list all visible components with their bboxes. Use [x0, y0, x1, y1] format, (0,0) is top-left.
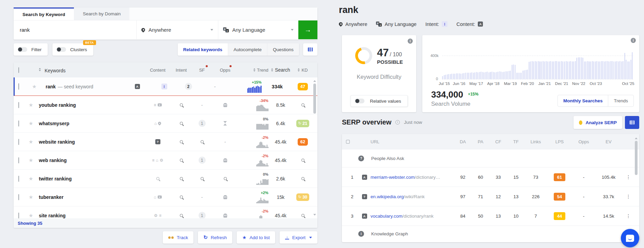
- table-scrollbar[interactable]: [313, 79, 316, 216]
- kd-refresh-badge[interactable]: 30: [296, 193, 310, 201]
- table-row[interactable]: web ranking1-2%45.4k: [14, 151, 317, 170]
- volume-bar: [543, 61, 544, 79]
- kd-calculate-icon[interactable]: [301, 214, 304, 217]
- search-volume-cell: 15k: [268, 194, 293, 200]
- col-keywords[interactable]: Keywords: [39, 67, 144, 73]
- tab-monthly-searches[interactable]: Monthly Searches: [558, 95, 609, 106]
- row-checkbox[interactable]: [18, 102, 19, 108]
- info-icon[interactable]: [408, 39, 413, 44]
- row-checkbox[interactable]: [18, 176, 19, 182]
- row-checkbox[interactable]: [18, 120, 19, 127]
- search-icon[interactable]: [201, 140, 204, 143]
- scroll-up-arrow[interactable]: [635, 136, 638, 139]
- serp-columns-button[interactable]: [625, 116, 639, 129]
- select-all-checkbox[interactable]: [18, 67, 19, 73]
- table-row[interactable]: site ranking1-2%45.4k: [14, 206, 317, 218]
- clusters-toggle-switch[interactable]: [57, 47, 66, 52]
- table-row[interactable]: twitter ranking0%2.6k: [14, 170, 317, 188]
- volume-bar: [618, 61, 619, 79]
- toolbar-row: Filter Clusters BETA Related keywords Au…: [14, 43, 317, 56]
- scrollbar-thumb[interactable]: [635, 141, 638, 175]
- export-button[interactable]: ↓Export: [280, 231, 317, 244]
- table-row[interactable]: website ranking?--2%45.4k62: [14, 133, 317, 151]
- volume-bar: [584, 61, 585, 79]
- favorite-star-icon[interactable]: [29, 157, 33, 163]
- row-checkbox[interactable]: [18, 194, 19, 200]
- col-search[interactable]: Search: [268, 67, 293, 73]
- row-checkbox[interactable]: [18, 83, 19, 90]
- filter-toggle-button[interactable]: Filter: [14, 43, 48, 56]
- tab-trends[interactable]: Trends: [608, 95, 633, 106]
- serp-url-link[interactable]: vocabulary.com: [371, 214, 403, 219]
- row-menu-icon[interactable]: [626, 213, 631, 219]
- clusters-toggle-button[interactable]: Clusters BETA: [52, 43, 93, 56]
- scroll-down-arrow[interactable]: [313, 214, 316, 217]
- serp-url-link[interactable]: en.wikipedia.org: [371, 194, 404, 199]
- scrollbar-thumb[interactable]: [313, 84, 316, 114]
- favorite-star-icon[interactable]: [29, 120, 33, 126]
- serp-lps-cell: 54: [554, 193, 565, 201]
- keyword-search-input[interactable]: [14, 20, 136, 39]
- table-row[interactable]: rank— seed keywordAI2-+15%334k47: [14, 77, 317, 96]
- info-icon[interactable]: [631, 38, 636, 43]
- favorite-star-icon[interactable]: [29, 176, 33, 181]
- search-icon[interactable]: [224, 177, 227, 180]
- favorite-star-icon[interactable]: [29, 213, 33, 218]
- track-button[interactable]: Track: [163, 231, 193, 244]
- ghost-icon: [223, 214, 227, 218]
- row-checkbox[interactable]: [18, 157, 19, 163]
- relative-values-switch[interactable]: [355, 99, 364, 103]
- favorite-star-icon[interactable]: [32, 84, 36, 89]
- volume-bar: [601, 61, 602, 79]
- kd-refresh-badge[interactable]: 21: [296, 120, 310, 127]
- refresh-button[interactable]: Refresh: [198, 231, 232, 244]
- scroll-up-arrow[interactable]: [313, 79, 316, 82]
- tab-search-by-domain[interactable]: Search by Domain: [74, 8, 129, 20]
- table-row[interactable]: whatsmyserp10%6.4k21: [14, 114, 317, 133]
- serp-url: en.wikipedia.org/wiki/Rank: [371, 194, 425, 199]
- add-to-list-button[interactable]: Add to list: [237, 231, 275, 244]
- people-also-ask-row[interactable]: ? People Also Ask: [342, 149, 639, 167]
- tab-questions[interactable]: Questions: [267, 43, 299, 56]
- table-row[interactable]: tuberanker-+2%15k30: [14, 188, 317, 206]
- favorite-star-icon[interactable]: [29, 102, 33, 108]
- volume-bar: [474, 72, 475, 79]
- knowledge-graph-row[interactable]: i Knowledge Graph: [342, 225, 639, 242]
- row-menu-icon[interactable]: [626, 194, 631, 199]
- search-submit-button[interactable]: →: [298, 20, 317, 39]
- table-row[interactable]: youtube ranking--34%8.5k: [14, 96, 317, 114]
- volume-bar: [530, 61, 531, 79]
- favorite-star-icon[interactable]: [29, 194, 33, 200]
- chat-widget-button[interactable]: [621, 229, 639, 247]
- search-icon[interactable]: [201, 177, 204, 180]
- tab-search-by-keyword[interactable]: Search by Keyword: [14, 8, 74, 20]
- row-checkbox[interactable]: [18, 213, 19, 219]
- language-select[interactable]: Az Any Language: [218, 20, 298, 39]
- intent-cell: [172, 159, 191, 162]
- kd-calculate-icon[interactable]: [301, 159, 304, 162]
- trend-cell: 0%: [237, 172, 268, 185]
- volume-bar: [484, 72, 485, 79]
- serp-scrollbar[interactable]: [634, 137, 638, 185]
- favorite-star-icon[interactable]: [29, 139, 33, 145]
- kd-value: 21: [302, 121, 307, 126]
- relative-values-toggle[interactable]: Relative values: [350, 95, 408, 107]
- columns-settings-button[interactable]: [303, 43, 317, 56]
- filter-toggle-switch[interactable]: [18, 47, 27, 52]
- volume-bar: [581, 57, 582, 79]
- col-ev: EV: [606, 139, 611, 144]
- showing-count[interactable]: Showing 35: [18, 221, 42, 226]
- kd-calculate-icon[interactable]: [301, 103, 304, 106]
- row-checkbox[interactable]: [18, 139, 19, 145]
- col-kd[interactable]: KD: [293, 67, 313, 73]
- expand-icon[interactable]: [346, 140, 350, 144]
- trend-percent: +15%: [252, 80, 262, 84]
- tab-autocomplete[interactable]: Autocomplete: [228, 43, 267, 56]
- kd-calculate-icon[interactable]: [301, 177, 304, 180]
- location-select[interactable]: Anywhere: [136, 20, 218, 39]
- analyze-serp-button[interactable]: Analyze SERP: [574, 116, 622, 129]
- serp-url-link[interactable]: merriam-webster.com: [371, 175, 415, 180]
- col-trend[interactable]: Trend: [237, 67, 268, 73]
- row-menu-icon[interactable]: [626, 174, 631, 180]
- tab-related-keywords[interactable]: Related keywords: [178, 43, 228, 56]
